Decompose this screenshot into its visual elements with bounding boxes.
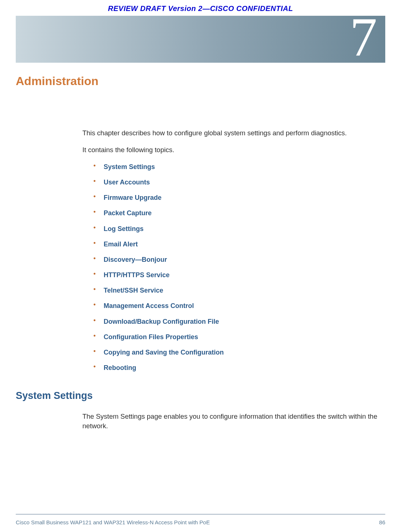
intro-paragraph-2: It contains the following topics.: [82, 145, 381, 155]
topic-link-system-settings[interactable]: System Settings: [104, 163, 155, 170]
topic-link-copying-saving-config[interactable]: Copying and Saving the Configuration: [104, 349, 224, 356]
chapter-number: 7: [350, 9, 377, 64]
topic-link-packet-capture[interactable]: Packet Capture: [104, 209, 152, 217]
topic-link-email-alert[interactable]: Email Alert: [104, 241, 138, 248]
list-item: HTTP/HTTPS Service: [93, 270, 381, 280]
footer-product: Cisco Small Business WAP121 and WAP321 W…: [16, 519, 210, 525]
topic-link-config-files-properties[interactable]: Configuration Files Properties: [104, 333, 198, 341]
draft-notice: REVIEW DRAFT Version 2—CISCO CONFIDENTIA…: [0, 0, 401, 13]
topic-link-user-accounts[interactable]: User Accounts: [104, 179, 150, 186]
chapter-banner: 7: [16, 16, 385, 63]
list-item: Email Alert: [93, 239, 381, 249]
list-item: User Accounts: [93, 177, 381, 187]
list-item: Copying and Saving the Configuration: [93, 348, 381, 357]
topic-link-management-access-control[interactable]: Management Access Control: [104, 302, 194, 309]
chapter-title: Administration: [16, 74, 401, 88]
intro-content: This chapter describes how to configure …: [82, 128, 381, 373]
topic-link-telnet-ssh-service[interactable]: Telnet/SSH Service: [104, 287, 163, 294]
list-item: Rebooting: [93, 363, 381, 373]
topic-link-http-https-service[interactable]: HTTP/HTTPS Service: [104, 271, 170, 279]
topic-link-firmware-upgrade[interactable]: Firmware Upgrade: [104, 194, 161, 201]
topic-link-download-backup-config[interactable]: Download/Backup Configuration File: [104, 318, 219, 325]
list-item: Discovery—Bonjour: [93, 255, 381, 264]
footer-page-number: 86: [379, 519, 385, 525]
intro-paragraph-1: This chapter describes how to configure …: [82, 128, 381, 138]
topic-link-discovery-bonjour[interactable]: Discovery—Bonjour: [104, 256, 167, 263]
list-item: Configuration Files Properties: [93, 332, 381, 342]
section-heading-system-settings: System Settings: [16, 390, 401, 401]
list-item: Packet Capture: [93, 208, 381, 218]
list-item: Download/Backup Configuration File: [93, 317, 381, 326]
section-body: The System Settings page enables you to …: [82, 412, 381, 431]
section-paragraph: The System Settings page enables you to …: [82, 412, 381, 431]
page-footer: Cisco Small Business WAP121 and WAP321 W…: [16, 519, 385, 525]
topic-link-log-settings[interactable]: Log Settings: [104, 225, 144, 232]
list-item: Firmware Upgrade: [93, 193, 381, 202]
topic-link-rebooting[interactable]: Rebooting: [104, 364, 136, 371]
list-item: Management Access Control: [93, 301, 381, 311]
list-item: System Settings: [93, 162, 381, 172]
list-item: Log Settings: [93, 224, 381, 234]
footer-rule: [16, 514, 385, 514]
topic-list: System Settings User Accounts Firmware U…: [93, 162, 381, 373]
list-item: Telnet/SSH Service: [93, 286, 381, 295]
